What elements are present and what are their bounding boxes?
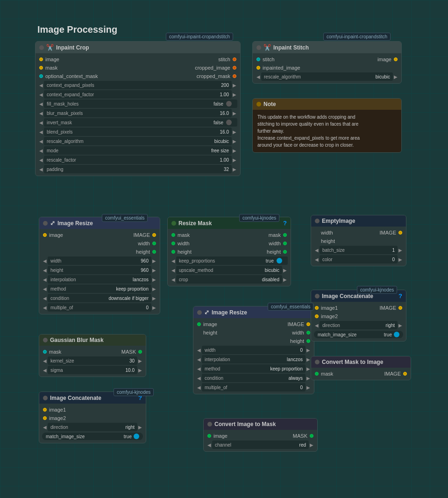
- param-right-arrow[interactable]: ▶: [151, 305, 157, 310]
- param-right-arrow[interactable]: ▶: [398, 257, 403, 262]
- param-interpolation[interactable]: ◀ interpolation lanczos ▶: [193, 355, 314, 364]
- match-image-size-label: match_image_size: [46, 434, 85, 439]
- param-rescale-algorithm[interactable]: ◀ rescale_algorithm bicubic ▶: [253, 72, 401, 81]
- param-left-arrow[interactable]: ◀: [38, 157, 44, 163]
- param-right-arrow[interactable]: ▶: [232, 111, 237, 116]
- param-left-arrow[interactable]: ◀: [206, 442, 212, 448]
- param-right-arrow[interactable]: ▶: [232, 139, 237, 144]
- param-left-arrow[interactable]: ◀: [256, 74, 261, 79]
- param-right-arrow[interactable]: ▶: [232, 92, 237, 97]
- param-left-arrow[interactable]: ◀: [42, 358, 48, 363]
- param-right-arrow[interactable]: ▶: [151, 286, 157, 292]
- param-kernel-size[interactable]: ◀ kernel_size 30 ▶: [39, 356, 146, 365]
- param-right-arrow[interactable]: ▶: [137, 425, 143, 430]
- param-rescale-algorithm[interactable]: ◀ rescale_algorithm bicubic ▶: [36, 136, 240, 146]
- param-right-arrow[interactable]: ▶: [306, 348, 311, 353]
- param-left-arrow[interactable]: ◀: [196, 348, 202, 353]
- param-left-arrow[interactable]: ◀: [38, 139, 44, 144]
- param-blur-mask-pixels[interactable]: ◀ blur_mask_pixels 16.0 ▶: [36, 108, 240, 118]
- param-left-arrow[interactable]: ◀: [171, 277, 176, 282]
- param-padding[interactable]: ◀ padding 32 ▶: [36, 164, 240, 174]
- param-interpolation[interactable]: ◀ interpolation lanczos ▶: [39, 275, 160, 284]
- param-right-arrow[interactable]: ▶: [137, 368, 143, 373]
- param-direction[interactable]: ◀ direction right ▶: [39, 422, 146, 432]
- param-crop[interactable]: ◀ crop disabled ▶: [168, 275, 291, 284]
- param-left-arrow[interactable]: ◀: [38, 101, 44, 107]
- param-left-arrow[interactable]: ◀: [42, 268, 48, 273]
- param-height[interactable]: ◀ height 960 ▶: [39, 265, 160, 275]
- param-invert-mask[interactable]: ◀ invert_mask false: [36, 118, 240, 127]
- param-right-arrow[interactable]: ▶: [232, 167, 237, 172]
- match-image-size-toggle[interactable]: match_image_size true: [314, 331, 403, 338]
- param-color[interactable]: ◀ color 0 ▶: [311, 255, 406, 264]
- param-left-arrow[interactable]: ◀: [196, 385, 202, 390]
- param-context-expand-pixels[interactable]: ◀ context_expand_pixels 200 ▶: [36, 80, 240, 90]
- param-upscale-method[interactable]: ◀ upscale_method bicubic ▶: [168, 265, 291, 275]
- param-match-image-size[interactable]: match_image_size true: [311, 330, 406, 339]
- param-right-arrow[interactable]: ▶: [232, 148, 237, 153]
- param-condition[interactable]: ◀ condition downscale if bigger ▶: [39, 293, 160, 303]
- param-left-arrow[interactable]: ◀: [314, 323, 320, 328]
- param-left-arrow[interactable]: ◀: [38, 148, 44, 153]
- image-out-dot: [398, 231, 402, 235]
- param-left-arrow[interactable]: ◀: [38, 167, 44, 172]
- param-left-arrow[interactable]: ◀: [314, 248, 320, 253]
- param-context-expand-factor[interactable]: ◀ context_expand_factor 1.00 ▶: [36, 90, 240, 99]
- param-fill-mask-holes[interactable]: ◀ fill_mask_holes false: [36, 99, 240, 108]
- param-right-arrow[interactable]: ▶: [398, 248, 403, 253]
- param-channel[interactable]: ◀ channel red ▶: [204, 440, 317, 449]
- param-left-arrow[interactable]: ◀: [314, 257, 320, 262]
- param-right-arrow[interactable]: ▶: [282, 268, 288, 273]
- param-right-arrow[interactable]: ▶: [151, 268, 157, 273]
- param-width[interactable]: ◀ width 960 ▶: [39, 256, 160, 265]
- param-match-image-size[interactable]: match_image_size true: [39, 432, 146, 441]
- param-condition[interactable]: ◀ condition always ▶: [193, 373, 314, 383]
- param-right-arrow[interactable]: ▶: [398, 323, 403, 328]
- param-direction[interactable]: ◀ direction right ▶: [311, 320, 406, 330]
- scissors-icon: ✂️: [46, 44, 54, 51]
- param-batch-size[interactable]: ◀ batch_size 1 ▶: [311, 245, 406, 255]
- param-left-arrow[interactable]: ◀: [42, 368, 48, 373]
- param-left-arrow[interactable]: ◀: [38, 129, 44, 135]
- param-width[interactable]: ◀ width 0 ▶: [193, 345, 314, 355]
- param-left-arrow[interactable]: ◀: [171, 268, 176, 273]
- param-left-arrow[interactable]: ◀: [42, 258, 48, 263]
- keep-proportions-toggle[interactable]: true: [262, 257, 286, 264]
- param-left-arrow[interactable]: ◀: [42, 425, 48, 430]
- param-rescale-factor[interactable]: ◀ rescale_factor 1.00 ▶: [36, 155, 240, 164]
- invert-mask-toggle[interactable]: false: [210, 119, 235, 126]
- param-right-arrow[interactable]: ▶: [151, 258, 157, 263]
- param-left-arrow[interactable]: ◀: [196, 357, 202, 362]
- param-mode[interactable]: ◀ mode free size ▶: [36, 146, 240, 155]
- param-left-arrow[interactable]: ◀: [38, 83, 44, 88]
- param-right-arrow[interactable]: ▶: [151, 296, 157, 301]
- param-right-arrow[interactable]: ▶: [232, 129, 237, 135]
- param-left-arrow[interactable]: ◀: [38, 92, 44, 97]
- param-right-arrow[interactable]: ▶: [232, 157, 237, 163]
- param-right-arrow[interactable]: ▶: [282, 277, 288, 282]
- param-right-arrow[interactable]: ▶: [309, 442, 314, 448]
- param-sigma[interactable]: ◀ sigma 10.0 ▶: [39, 365, 146, 375]
- match-image-size-toggle[interactable]: match_image_size true: [42, 433, 143, 440]
- fill-mask-toggle[interactable]: false: [210, 100, 235, 107]
- param-right-arrow[interactable]: ▶: [232, 83, 237, 88]
- param-multiple-of[interactable]: ◀ multiple_of 0 ▶: [39, 303, 160, 312]
- param-right-arrow[interactable]: ▶: [151, 277, 157, 282]
- param-method[interactable]: ◀ method keep proportion ▶: [39, 284, 160, 293]
- param-method[interactable]: ◀ method keep proportion ▶: [193, 364, 314, 373]
- param-right-arrow[interactable]: ▶: [393, 74, 398, 79]
- param-blend-pixels[interactable]: ◀ blend_pixels 16.0 ▶: [36, 127, 240, 136]
- param-left-arrow[interactable]: ◀: [42, 305, 48, 310]
- param-left-arrow[interactable]: ◀: [196, 366, 202, 371]
- param-left-arrow[interactable]: ◀: [42, 286, 48, 292]
- param-right-arrow[interactable]: ▶: [306, 385, 311, 390]
- param-right-arrow[interactable]: ▶: [137, 358, 143, 363]
- param-left-arrow[interactable]: ◀: [42, 296, 48, 301]
- param-left-arrow[interactable]: ◀: [196, 376, 202, 381]
- param-left-arrow[interactable]: ◀: [42, 277, 48, 282]
- param-left-arrow[interactable]: ◀: [171, 258, 176, 263]
- param-multiple-of[interactable]: ◀ multiple_of 0 ▶: [193, 383, 314, 392]
- param-left-arrow[interactable]: ◀: [38, 120, 44, 125]
- param-left-arrow[interactable]: ◀: [38, 111, 44, 116]
- param-keep-proportions[interactable]: ◀ keep_proportions true: [168, 256, 291, 265]
